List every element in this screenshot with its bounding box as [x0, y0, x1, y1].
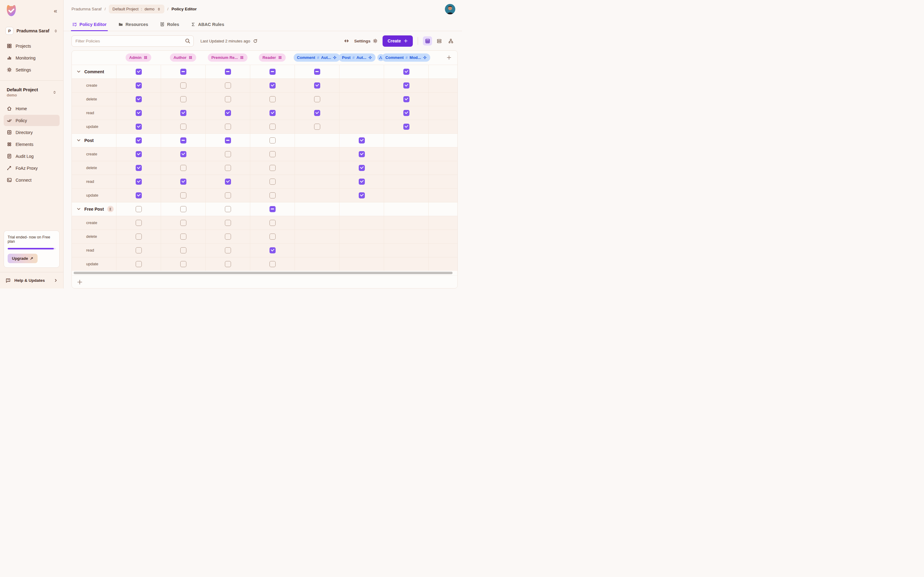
permission-checkbox[interactable] — [180, 206, 186, 212]
permission-checkbox[interactable] — [270, 192, 276, 198]
permission-checkbox[interactable] — [314, 96, 320, 102]
permission-checkbox[interactable] — [225, 247, 231, 253]
permission-checkbox[interactable] — [270, 137, 276, 143]
permission-checkbox[interactable] — [270, 179, 276, 185]
permission-checkbox[interactable] — [225, 234, 231, 240]
scrollbar-thumb[interactable] — [74, 272, 452, 274]
permission-checkbox[interactable] — [359, 165, 365, 171]
permission-checkbox[interactable] — [180, 124, 186, 130]
sidebar-item-audit-log[interactable]: Audit Log — [4, 150, 60, 162]
permission-checkbox[interactable] — [180, 179, 186, 185]
sidebar-collapse-button[interactable]: « — [53, 6, 58, 15]
user-avatar[interactable] — [445, 4, 455, 15]
sidebar-item-home[interactable]: Home — [4, 103, 60, 114]
permission-checkbox[interactable] — [136, 124, 142, 130]
permission-checkbox[interactable] — [403, 82, 409, 89]
permission-checkbox[interactable] — [136, 234, 142, 240]
sidebar-item-monitoring[interactable]: Monitoring — [4, 52, 60, 63]
breadcrumb-user[interactable]: Pradumna Saraf — [71, 7, 102, 11]
permission-checkbox[interactable] — [225, 165, 231, 171]
derived-role-badge[interactable]: Comment#Mod... — [382, 53, 430, 62]
permission-checkbox[interactable] — [270, 220, 276, 226]
permission-checkbox[interactable] — [225, 137, 231, 143]
permission-checkbox[interactable] — [314, 110, 320, 116]
permission-checkbox[interactable] — [314, 82, 320, 89]
tab-policy-editor[interactable]: Policy Editor — [71, 18, 107, 31]
permission-checkbox[interactable] — [359, 192, 365, 198]
permission-checkbox[interactable] — [225, 151, 231, 157]
permission-checkbox[interactable] — [403, 110, 409, 116]
derived-role-badge[interactable]: Post#Aut... — [339, 53, 376, 62]
permission-checkbox[interactable] — [136, 179, 142, 185]
expand-horizontal-icon[interactable] — [344, 38, 349, 44]
permission-checkbox[interactable] — [270, 234, 276, 240]
permission-checkbox[interactable] — [270, 247, 276, 253]
list-view-toggle[interactable] — [435, 36, 444, 45]
permission-checkbox[interactable] — [270, 206, 276, 212]
permission-checkbox[interactable] — [136, 220, 142, 226]
permission-checkbox[interactable] — [270, 82, 276, 89]
sidebar-item-elements[interactable]: Elements — [4, 139, 60, 150]
sidebar-item-directory[interactable]: Directory — [4, 127, 60, 138]
permission-checkbox[interactable] — [225, 261, 231, 267]
help-updates-button[interactable]: ? Help & Updates — [0, 272, 63, 288]
upgrade-button[interactable]: Upgrade ↗ — [8, 254, 37, 263]
permission-checkbox[interactable] — [225, 110, 231, 116]
role-badge[interactable]: Reader — [259, 53, 286, 62]
permission-checkbox[interactable] — [136, 165, 142, 171]
sidebar-item-policy[interactable]: Policy — [4, 115, 60, 126]
role-badge[interactable]: Author — [170, 53, 197, 62]
permission-checkbox[interactable] — [180, 110, 186, 116]
role-badge[interactable]: Premium Re... — [208, 53, 248, 62]
permission-checkbox[interactable] — [136, 110, 142, 116]
permission-checkbox[interactable] — [225, 206, 231, 212]
permission-checkbox[interactable] — [270, 96, 276, 102]
tab-roles[interactable]: Roles — [159, 18, 180, 31]
chevron-down-icon[interactable] — [76, 69, 81, 74]
permission-checkbox[interactable] — [270, 110, 276, 116]
permission-checkbox[interactable] — [180, 165, 186, 171]
permission-checkbox[interactable] — [136, 206, 142, 212]
permission-checkbox[interactable] — [225, 124, 231, 130]
permission-checkbox[interactable] — [136, 137, 142, 143]
derived-role-badge[interactable]: Comment#Aut... — [294, 53, 340, 62]
abac-sigma-badge[interactable]: Σ — [107, 206, 114, 212]
permission-checkbox[interactable] — [270, 151, 276, 157]
permission-checkbox[interactable] — [314, 69, 320, 75]
workspace-selector[interactable]: P Pradumna Saraf — [4, 25, 60, 37]
permission-checkbox[interactable] — [136, 96, 142, 102]
permission-checkbox[interactable] — [180, 261, 186, 267]
permission-checkbox[interactable] — [180, 220, 186, 226]
project-selector[interactable]: Default Project demo — [4, 85, 60, 100]
permission-checkbox[interactable] — [180, 247, 186, 253]
permission-checkbox[interactable] — [270, 69, 276, 75]
chevron-down-icon[interactable] — [76, 138, 81, 143]
permission-checkbox[interactable] — [403, 96, 409, 102]
permission-checkbox[interactable] — [180, 234, 186, 240]
permission-checkbox[interactable] — [403, 69, 409, 75]
permission-checkbox[interactable] — [136, 247, 142, 253]
tab-abac-rules[interactable]: ABAC Rules — [190, 18, 225, 31]
permission-checkbox[interactable] — [314, 124, 320, 130]
tab-resources[interactable]: Resources — [118, 18, 149, 31]
permission-checkbox[interactable] — [359, 137, 365, 143]
sidebar-item-settings[interactable]: Settings — [4, 64, 60, 76]
permission-checkbox[interactable] — [180, 69, 186, 75]
sidebar-item-foaz-proxy[interactable]: FoAz Proxy — [4, 163, 60, 174]
policy-settings-button[interactable]: Settings — [354, 39, 378, 44]
search-icon[interactable] — [185, 38, 191, 44]
permission-checkbox[interactable] — [225, 82, 231, 89]
permission-checkbox[interactable] — [225, 69, 231, 75]
app-logo-icon[interactable] — [5, 4, 18, 17]
create-button[interactable]: Create — [383, 35, 413, 47]
permission-checkbox[interactable] — [136, 151, 142, 157]
permission-checkbox[interactable] — [180, 151, 186, 157]
permission-checkbox[interactable] — [225, 96, 231, 102]
refresh-icon[interactable] — [253, 39, 258, 44]
permission-checkbox[interactable] — [270, 261, 276, 267]
chevron-down-icon[interactable] — [76, 207, 81, 211]
sidebar-item-connect[interactable]: Connect — [4, 174, 60, 185]
permission-checkbox[interactable] — [270, 165, 276, 171]
permission-checkbox[interactable] — [136, 69, 142, 75]
table-view-toggle[interactable] — [423, 36, 432, 45]
